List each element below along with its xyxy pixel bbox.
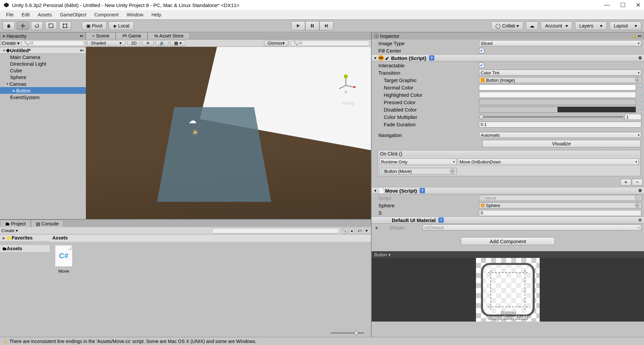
preview-header[interactable]: Button ▾ — [372, 251, 644, 258]
color-multiplier-input[interactable] — [625, 114, 641, 120]
gear-icon[interactable]: ⚙ — [638, 56, 642, 60]
help-icon[interactable]: ? — [420, 188, 425, 193]
color-multiplier-slider[interactable] — [479, 116, 623, 118]
hierarchy-item[interactable]: Cube — [0, 67, 86, 74]
pressed-color-field[interactable] — [479, 99, 636, 105]
image-type-dropdown[interactable]: Sliced — [479, 40, 641, 46]
help-icon[interactable]: ? — [429, 55, 434, 61]
menu-assets[interactable]: Assets — [35, 11, 55, 19]
tab-console[interactable]: ▤Console — [31, 220, 64, 227]
scene-search[interactable]: 🔍All — [290, 41, 370, 46]
tab-asset-store[interactable]: 🛍Asset Store — [148, 32, 190, 39]
create-dropdown[interactable]: Create ▾ — [2, 41, 19, 46]
menu-file[interactable]: File — [3, 11, 17, 19]
scale-tool[interactable] — [45, 21, 57, 30]
pause-button[interactable] — [305, 21, 319, 30]
save-search-icon[interactable]: ★ — [364, 228, 370, 234]
project-create-dropdown[interactable]: Create ▾ — [1, 228, 18, 233]
play-button[interactable] — [291, 21, 305, 30]
hand-tool[interactable] — [3, 21, 15, 30]
maximize-button[interactable]: ☐ — [620, 1, 626, 9]
panel-menu-icon[interactable]: 🔒 ▾≡ — [633, 34, 642, 38]
close-button[interactable]: ✕ — [636, 1, 641, 9]
menu-component[interactable]: Component — [91, 11, 122, 19]
gear-icon[interactable]: ⚙ — [638, 188, 642, 193]
project-grid[interactable]: C# Move — [50, 242, 371, 329]
normal-color-field[interactable] — [479, 84, 636, 90]
button-component-header[interactable]: ▼OK ✔ Button (Script) ? ⚙ — [372, 54, 644, 62]
eyedropper-icon[interactable]: 💉 — [639, 107, 644, 112]
fill-center-checkbox[interactable]: ✔ — [479, 48, 484, 53]
help-icon[interactable]: ? — [438, 217, 444, 223]
orientation-gizmo[interactable] — [334, 74, 358, 97]
assets-row[interactable]: 🖿 Assets — [0, 245, 50, 252]
collab-dropdown[interactable]: ◯ Collab ▾ — [491, 21, 524, 30]
inspector-tab[interactable]: ⓘ Inspector 🔒 ▾≡ — [372, 32, 644, 40]
pivot-toggle[interactable]: ▣ Pivot — [82, 21, 107, 30]
hierarchy-item[interactable]: Main Camera — [0, 54, 86, 60]
local-toggle[interactable]: ◈ Local — [109, 21, 133, 30]
tab-scene[interactable]: ⌗Scene — [86, 32, 116, 39]
onclick-target-field[interactable]: Button (Move)⊙ — [379, 168, 457, 175]
sphere-field[interactable]: Sphere⊙ — [479, 202, 641, 208]
tab-game[interactable]: 🎮Game — [116, 32, 148, 39]
asset-item-move[interactable]: C# Move — [53, 245, 74, 274]
audio-toggle[interactable]: 🔊 — [156, 40, 168, 46]
rotate-tool[interactable] — [31, 21, 43, 30]
gear-icon[interactable]: ⚙ — [638, 218, 642, 222]
callback-dropdown[interactable]: Move.OnButtonDown — [458, 158, 639, 165]
menu-edit[interactable]: Edit — [18, 11, 33, 19]
hierarchy-item-button[interactable]: ▶Button — [0, 87, 86, 94]
expand-icon[interactable]: ▶ — [375, 226, 379, 229]
scene-row[interactable]: ▼◈ Untitled*▾≡ — [0, 47, 86, 54]
step-button[interactable] — [319, 21, 333, 30]
project-breadcrumb[interactable]: Assets — [50, 234, 371, 242]
menu-window[interactable]: Window — [123, 11, 147, 19]
s-input[interactable] — [479, 210, 641, 216]
interactable-checkbox[interactable]: ✔ — [479, 63, 484, 68]
filter-icon[interactable]: 🔍 — [341, 228, 347, 234]
eyedropper-icon[interactable]: 💉 — [639, 85, 644, 90]
layers-dropdown[interactable]: Layers ▾ — [575, 21, 607, 30]
scene-viewport[interactable]: ☁ ☀ Persp — [86, 47, 371, 219]
fade-duration-input[interactable] — [479, 122, 641, 128]
layout-dropdown[interactable]: Layout ▾ — [609, 21, 641, 30]
target-graphic-field[interactable]: Button (Image)⊙ — [479, 77, 641, 83]
shading-mode-dropdown[interactable]: Shaded ▾ — [87, 40, 125, 46]
highlighted-color-field[interactable] — [479, 92, 636, 98]
project-search[interactable] — [212, 228, 339, 233]
transition-dropdown[interactable]: Color Tint — [479, 70, 641, 76]
lighting-toggle[interactable]: ☀ — [142, 40, 154, 46]
hierarchy-tree[interactable]: ▼◈ Untitled*▾≡ Main Camera Directional L… — [0, 47, 86, 219]
hierarchy-item[interactable]: Directional Light — [0, 60, 86, 67]
material-header[interactable]: Default UI Material ? ⚙ — [372, 216, 644, 224]
disabled-color-field[interactable] — [479, 107, 636, 113]
fx-toggle[interactable]: ▦ ▾ — [170, 40, 185, 46]
hierarchy-search[interactable]: 🔍All — [21, 41, 84, 46]
account-dropdown[interactable]: Account ▾ — [541, 21, 572, 30]
tab-project[interactable]: 🖿Project — [0, 220, 31, 227]
add-event-button[interactable]: + — [621, 179, 631, 186]
hierarchy-item-canvas[interactable]: ▼Canvas — [0, 80, 86, 87]
add-component-button[interactable]: Add Component — [461, 237, 555, 245]
favorites-row[interactable]: ▶⭐ Favorites — [0, 234, 50, 241]
filter-label-icon[interactable]: 🏷 — [356, 228, 362, 234]
menu-gameobject[interactable]: GameObject — [57, 11, 90, 19]
2d-toggle[interactable]: 2D — [127, 40, 141, 46]
shader-dropdown[interactable]: UI/Default — [423, 224, 641, 230]
minimize-button[interactable]: — — [604, 1, 610, 9]
runtime-dropdown[interactable]: Runtime Only — [379, 158, 457, 165]
hierarchy-tab[interactable]: ≡ Hierarchy ▾≡ — [0, 32, 86, 40]
remove-event-button[interactable]: − — [632, 179, 643, 186]
hierarchy-item[interactable]: EventSystem — [0, 94, 86, 100]
visualize-button[interactable]: Visualize — [482, 140, 641, 147]
eyedropper-icon[interactable]: 💉 — [639, 100, 644, 105]
rect-tool[interactable] — [59, 21, 71, 30]
filter-type-icon[interactable]: ● — [349, 228, 355, 234]
move-tool[interactable] — [17, 21, 29, 30]
move-component-header[interactable]: ▼📄 Move (Script) ? ⚙ — [372, 187, 644, 194]
gizmos-dropdown[interactable]: Gizmos ▾ — [264, 40, 288, 46]
navigation-dropdown[interactable]: Automatic — [479, 132, 641, 138]
eyedropper-icon[interactable]: 💉 — [639, 92, 644, 97]
hierarchy-item[interactable]: Sphere — [0, 74, 86, 80]
